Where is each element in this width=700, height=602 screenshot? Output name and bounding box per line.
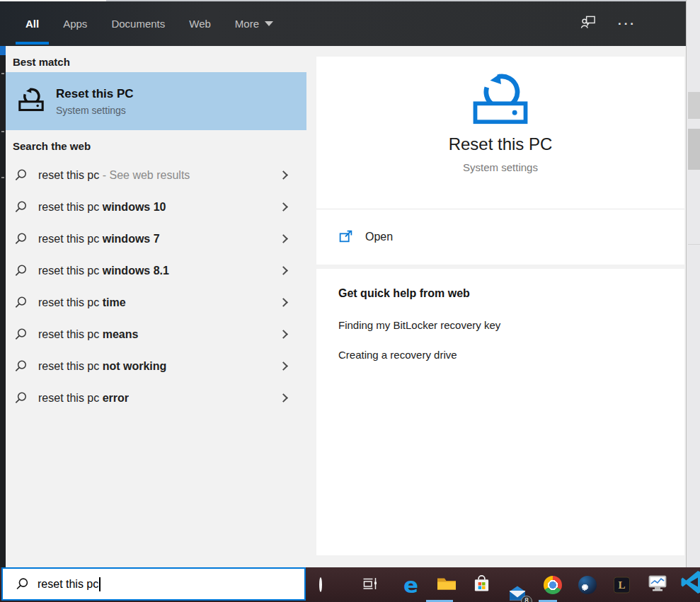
web-suggestion[interactable]: reset this pc windows 8.1 xyxy=(6,255,306,286)
best-match-item[interactable]: Reset this PC System settings xyxy=(6,72,306,130)
tab-label: All xyxy=(25,18,39,30)
search-web-heading: Search the web xyxy=(13,140,91,152)
steam-icon[interactable] xyxy=(578,576,597,594)
preview-panel: Reset this PC System settings Open Get q… xyxy=(306,46,686,567)
chrome-icon[interactable] xyxy=(544,576,562,594)
search-icon xyxy=(14,232,28,245)
reset-pc-icon xyxy=(16,88,47,115)
tab-apps[interactable]: Apps xyxy=(63,18,87,30)
suggestion-text: reset this pc time xyxy=(38,296,126,309)
open-label: Open xyxy=(365,231,393,243)
suggestion-text: reset this pc - See web results xyxy=(38,169,190,182)
cortana-button[interactable] xyxy=(319,579,322,591)
preview-hero: Reset this PC System settings xyxy=(316,57,684,209)
search-icon xyxy=(14,296,28,309)
suggestion-text: reset this pc means xyxy=(38,328,138,341)
suggestion-text: reset this pc error xyxy=(38,392,129,405)
tab-label: Web xyxy=(189,18,211,30)
vscode-icon[interactable] xyxy=(681,570,700,600)
suggestion-text: reset this pc windows 7 xyxy=(38,233,160,245)
suggestion-text: reset this pc windows 10 xyxy=(38,201,166,214)
preview-card: Reset this PC System settings Open xyxy=(316,57,684,265)
chevron-down-icon xyxy=(265,21,273,26)
background-window-left-sliver xyxy=(0,46,6,567)
open-action[interactable]: Open xyxy=(316,209,684,264)
mail-icon[interactable]: 8 xyxy=(507,592,527,602)
preview-subtitle: System settings xyxy=(316,161,684,173)
suggestion-text: reset this pc not working xyxy=(38,360,166,373)
web-suggestion[interactable]: reset this pc - See web results xyxy=(6,159,306,191)
search-icon xyxy=(14,391,28,405)
chevron-right-icon xyxy=(279,330,288,339)
tab-web[interactable]: Web xyxy=(189,18,211,30)
web-suggestion[interactable]: reset this pc windows 7 xyxy=(6,223,306,255)
quick-help-heading: Get quick help from web xyxy=(338,287,684,300)
chevron-right-icon xyxy=(279,361,288,371)
taskbar-search-input[interactable]: reset this pc xyxy=(1,567,306,601)
chevron-right-icon xyxy=(279,393,288,403)
search-icon xyxy=(14,359,28,373)
tab-more[interactable]: More xyxy=(235,18,273,30)
web-suggestion[interactable]: reset this pc windows 10 xyxy=(6,191,306,223)
preview-title: Reset this PC xyxy=(316,134,684,154)
tab-all[interactable]: All xyxy=(25,18,39,30)
search-filter-bar: All Apps Documents Web More xyxy=(0,1,686,46)
background-window-right-sliver xyxy=(686,0,700,567)
chevron-right-icon xyxy=(279,202,288,212)
mail-badge: 8 xyxy=(521,596,532,602)
search-results-panel: Best match Reset this PC System settings… xyxy=(6,46,306,567)
text-caret xyxy=(99,577,101,591)
background-scrollbar-thumb xyxy=(688,129,700,170)
web-suggestion[interactable]: reset this pc not working xyxy=(6,350,306,382)
search-icon xyxy=(14,168,28,182)
open-external-icon xyxy=(338,229,353,244)
search-icon xyxy=(14,200,28,214)
web-suggestions-list: reset this pc - See web results reset th… xyxy=(6,159,306,414)
best-match-subtitle: System settings xyxy=(56,105,134,116)
active-tab-indicator xyxy=(16,42,49,45)
tab-documents[interactable]: Documents xyxy=(111,18,165,30)
tab-label: Apps xyxy=(63,18,87,30)
reset-pc-icon-large xyxy=(466,73,534,127)
tab-label: More xyxy=(235,18,259,30)
search-icon xyxy=(14,328,28,341)
quick-help-link-bitlocker[interactable]: Finding my BitLocker recovery key xyxy=(338,319,684,331)
best-match-heading: Best match xyxy=(13,56,70,68)
web-suggestion[interactable]: reset this pc time xyxy=(6,286,306,318)
league-of-legends-icon[interactable] xyxy=(614,577,630,593)
start-search-flyout: All Apps Documents Web More xyxy=(0,0,700,602)
search-icon xyxy=(16,577,29,591)
search-icon xyxy=(14,264,28,277)
web-suggestion[interactable]: reset this pc error xyxy=(6,382,306,414)
edge-icon[interactable]: e xyxy=(403,574,418,596)
task-view-button[interactable] xyxy=(362,576,377,594)
best-match-title: Reset this PC xyxy=(56,87,134,101)
performance-monitor-icon[interactable] xyxy=(648,574,667,596)
chevron-right-icon xyxy=(279,170,288,180)
suggestion-text: reset this pc windows 8.1 xyxy=(38,265,169,277)
file-explorer-icon[interactable] xyxy=(437,576,457,594)
tab-label: Documents xyxy=(111,18,165,30)
chevron-right-icon xyxy=(279,234,288,243)
more-options-icon[interactable]: ··· xyxy=(618,17,636,31)
task-view-icon xyxy=(362,576,377,591)
web-suggestion[interactable]: reset this pc means xyxy=(6,318,306,350)
background-scrollbar xyxy=(688,92,700,119)
quick-help-link-recovery-drive[interactable]: Creating a recovery drive xyxy=(338,349,684,361)
chevron-right-icon xyxy=(279,298,288,307)
microsoft-store-icon[interactable] xyxy=(473,574,490,595)
feedback-icon[interactable] xyxy=(580,15,597,33)
search-query-text: reset this pc xyxy=(38,578,98,591)
chevron-right-icon xyxy=(279,266,288,275)
cortana-icon xyxy=(319,577,322,592)
quick-help-card: Get quick help from web Finding my BitLo… xyxy=(316,269,684,555)
